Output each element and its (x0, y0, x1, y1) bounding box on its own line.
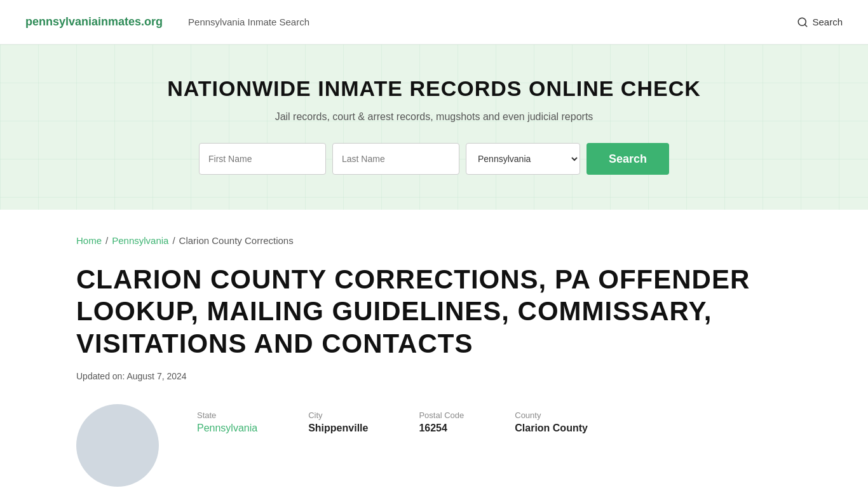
facility-city: City Shippenville (308, 410, 368, 434)
state-value: Pennsylvania (197, 423, 257, 434)
first-name-input[interactable] (199, 143, 326, 175)
updated-date: Updated on: August 7, 2024 (76, 371, 792, 381)
header-search-label: Search (812, 17, 843, 27)
breadcrumb-sep-1: / (105, 235, 108, 246)
facility-avatar (76, 404, 159, 487)
state-select[interactable]: PennsylvaniaAlabamaAlaskaArizonaArkansas… (466, 143, 580, 175)
breadcrumb-sep-2: / (172, 235, 175, 246)
search-button[interactable]: Search (587, 143, 669, 175)
hero-section: NATIONWIDE INMATE RECORDS ONLINE CHECK J… (0, 44, 868, 210)
last-name-input[interactable] (332, 143, 459, 175)
main-content: Home / Pennsylvania / Clarion County Cor… (0, 210, 868, 488)
search-form: PennsylvaniaAlabamaAlaskaArizonaArkansas… (13, 143, 855, 175)
state-label: State (197, 410, 257, 420)
postal-value: 16254 (419, 423, 464, 434)
city-label: City (308, 410, 368, 420)
facility-details: State Pennsylvania City Shippenville Pos… (197, 404, 792, 434)
facility-state: State Pennsylvania (197, 410, 257, 434)
hero-title: NATIONWIDE INMATE RECORDS ONLINE CHECK (13, 76, 855, 101)
breadcrumb: Home / Pennsylvania / Clarion County Cor… (76, 235, 792, 246)
city-value: Shippenville (308, 423, 368, 434)
county-label: County (515, 410, 588, 420)
hero-subtitle: Jail records, court & arrest records, mu… (13, 111, 855, 123)
svg-line-1 (805, 24, 807, 26)
site-logo[interactable]: pennsylvaniainmates.org (25, 15, 163, 29)
page-title: CLARION COUNTY CORRECTIONS, PA OFFENDER … (76, 264, 792, 360)
postal-label: Postal Code (419, 410, 464, 420)
breadcrumb-home[interactable]: Home (76, 235, 102, 246)
search-icon (797, 17, 808, 28)
facility-county: County Clarion County (515, 410, 588, 434)
header-search-button[interactable]: Search (797, 17, 843, 28)
facility-info-row: State Pennsylvania City Shippenville Pos… (76, 404, 792, 487)
breadcrumb-state[interactable]: Pennsylvania (112, 235, 168, 246)
nav-label: Pennsylvania Inmate Search (188, 17, 797, 27)
site-header: pennsylvaniainmates.org Pennsylvania Inm… (0, 0, 868, 44)
facility-postal: Postal Code 16254 (419, 410, 464, 434)
breadcrumb-current: Clarion County Corrections (179, 235, 294, 246)
county-value: Clarion County (515, 423, 588, 434)
